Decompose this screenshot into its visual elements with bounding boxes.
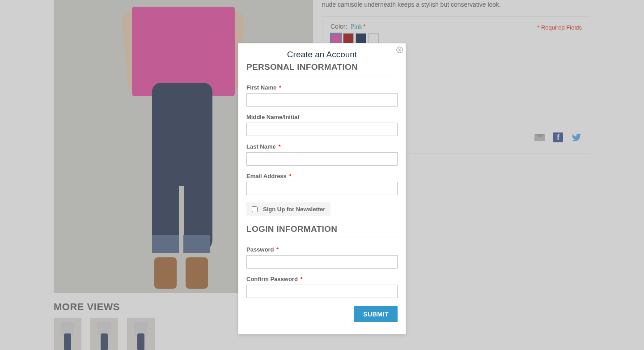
middle-name-label: Middle Name/Initial	[246, 114, 398, 120]
submit-button[interactable]: SUBMIT	[354, 306, 398, 322]
create-account-modal: Create an Account PERSONAL INFORMATION F…	[238, 43, 406, 334]
newsletter-label: Sign Up for Newsletter	[263, 206, 325, 213]
last-name-input[interactable]	[246, 152, 398, 166]
confirm-password-label: Confirm Password *	[246, 276, 398, 282]
close-icon[interactable]	[396, 46, 403, 53]
first-name-label: First Name *	[246, 84, 398, 91]
email-label: Email Address *	[246, 173, 398, 179]
password-input[interactable]	[246, 255, 398, 269]
newsletter-checkbox[interactable]	[252, 206, 258, 212]
last-name-label: Last Name *	[246, 143, 398, 150]
modal-overlay: Create an Account PERSONAL INFORMATION F…	[0, 0, 644, 350]
middle-name-input[interactable]	[246, 123, 398, 136]
personal-info-heading: PERSONAL INFORMATION	[246, 62, 398, 76]
confirm-password-input[interactable]	[246, 285, 398, 298]
newsletter-row: Sign Up for Newsletter	[246, 202, 330, 216]
first-name-input[interactable]	[246, 93, 398, 107]
email-input[interactable]	[246, 182, 398, 195]
password-label: Password *	[246, 246, 398, 253]
login-info-heading: LOGIN INFORMATION	[246, 224, 398, 238]
modal-title: Create an Account	[246, 50, 398, 60]
